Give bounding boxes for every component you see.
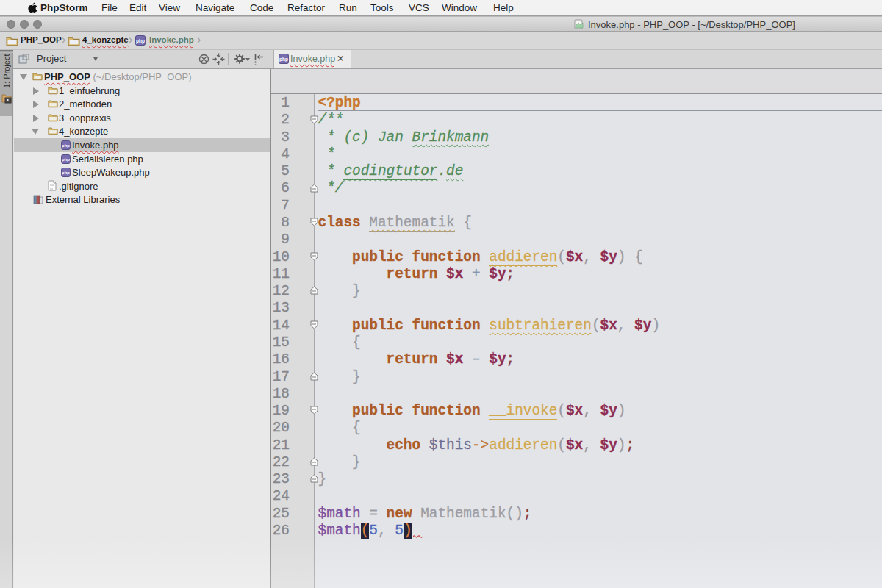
svg-text:php: php bbox=[136, 38, 145, 44]
svg-text:php: php bbox=[62, 143, 70, 148]
svg-text:php: php bbox=[62, 157, 70, 162]
svg-text:php: php bbox=[279, 57, 288, 62]
svg-text:php: php bbox=[62, 171, 70, 175]
